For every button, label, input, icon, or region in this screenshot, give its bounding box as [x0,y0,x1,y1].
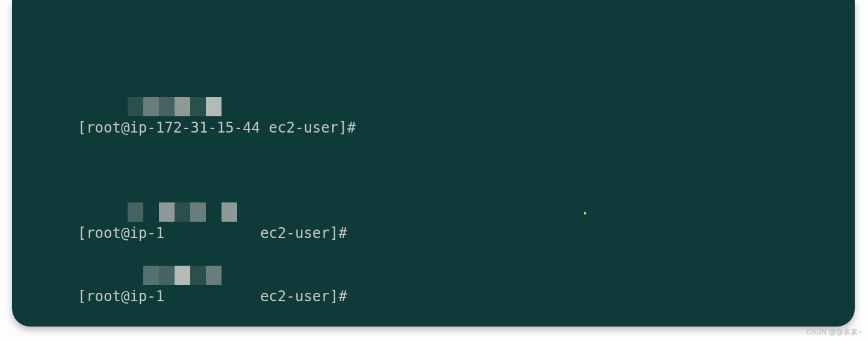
redaction-block [128,97,242,116]
terminal-line: [root@ip-1 ec2-user]# [25,202,855,223]
terminal-content[interactable]: [root@ip-172-31-15-44 ec2-user]# [root@i… [12,12,855,327]
yellow-dot [584,212,586,214]
prompt-partial: [root@ip-1 [78,288,165,305]
prompt-tail: ec2-user]# [260,288,356,305]
terminal-line: [root@ip-172-31-15-44 ec2-user]# [25,96,855,117]
prompt: [root@ip-172-31-15-44 ec2-user]# [78,119,365,136]
prompt-tail: ec2-user]# [260,225,356,242]
redaction-block [128,202,242,222]
watermark: CSDN @@素素~ [806,327,862,337]
prompt-partial: [root@ip-1 [78,225,165,242]
terminal-window[interactable]: [root@ip-172-31-15-44 ec2-user]# [root@i… [12,0,855,327]
terminal-line: [root@ip-1 ec2-user]# [25,265,855,286]
redaction-block [128,266,242,285]
